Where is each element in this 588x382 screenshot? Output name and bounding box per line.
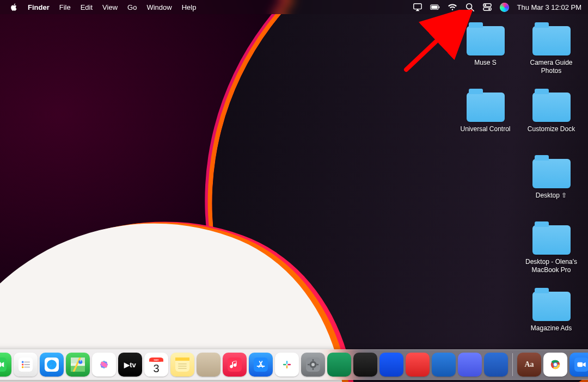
menu-help[interactable]: Help [177,3,201,11]
svg-point-27 [22,363,24,366]
battery-icon[interactable] [430,2,440,12]
dock-app-todoist[interactable] [406,353,430,377]
svg-text:MAR: MAR [154,359,158,362]
svg-rect-4 [438,6,439,8]
dock-app-calendar[interactable]: MAR3 [144,353,168,377]
desktop-folder[interactable]: Universal Control [453,90,518,155]
desktop-folder[interactable]: Customize Dock [519,90,584,155]
apple-logo-icon [10,3,18,11]
folder-icon [467,93,505,122]
desktop-folder[interactable]: Camera Guide Photos [519,24,584,88]
menu-go[interactable]: Go [122,3,142,11]
svg-rect-3 [431,5,437,9]
dock-app-reminders[interactable] [14,353,38,377]
folder-label: Desktop - Olena's MacBook Pro [519,258,584,274]
svg-rect-74 [317,364,319,365]
dock-container: ▶tvMAR3Aa [0,349,588,380]
folder-label: Camera Guide Photos [519,59,584,75]
siri-icon[interactable] [500,2,510,12]
folder-label: Muse S [474,59,497,67]
svg-rect-73 [308,364,310,365]
dock-app-outlook[interactable] [432,353,456,377]
svg-rect-24 [0,362,1,367]
dock-app-contacts[interactable] [197,353,220,377]
desktop-folder[interactable]: Muse S [453,24,518,88]
svg-rect-71 [313,359,314,361]
folder-label: Universal Control [460,125,510,133]
dock-app-maps[interactable] [66,353,90,377]
svg-point-28 [22,366,24,368]
dock-app-photos[interactable] [92,353,116,377]
menu-window[interactable]: Window [142,3,176,11]
menubar-left: Finder File Edit View Go Window Help [5,3,201,11]
dock-app-word[interactable] [484,353,508,377]
svg-rect-67 [287,364,291,365]
folder-icon [532,159,571,188]
folder-label: Desktop ⇧ [536,192,567,200]
svg-point-70 [311,363,315,366]
dock-app-chrome[interactable] [543,353,567,377]
dock-separator [512,353,513,376]
app-menu[interactable]: Finder [23,3,54,11]
menu-view[interactable]: View [97,3,122,11]
menu-file[interactable]: File [54,3,76,11]
dock-app-dictionary[interactable]: Aa [517,353,541,377]
desktop-folder[interactable]: Magazine Ads [519,289,584,354]
dock-app-appletv[interactable]: ▶tv [118,353,142,377]
dock-app-slack[interactable] [275,353,299,377]
menubar-clock[interactable]: Thu Mar 3 12:02 PM [517,3,582,11]
folder-label: Customize Dock [528,125,575,133]
spotlight-icon[interactable] [465,2,475,12]
svg-rect-64 [286,361,287,364]
svg-rect-54 [175,358,189,361]
control-center-icon[interactable] [482,2,492,12]
dock: ▶tvMAR3Aa [0,349,588,380]
dock-app-appstore[interactable] [249,353,273,377]
desktop-icons: Muse S Camera Guide Photos Universal Con… [453,24,584,347]
svg-point-78 [554,363,557,366]
svg-rect-65 [283,364,286,365]
svg-rect-0 [413,4,421,9]
dock-app-preferences[interactable] [301,353,325,377]
svg-point-5 [466,4,471,9]
apple-menu[interactable] [5,3,23,11]
dock-app-excel[interactable] [327,353,351,377]
wifi-icon[interactable] [448,2,457,12]
folder-icon [467,26,505,56]
svg-point-26 [22,361,24,363]
svg-point-10 [488,8,489,10]
folder-icon [532,93,571,122]
dock-app-safari[interactable] [40,353,64,377]
folder-icon [532,225,571,255]
folder-label: Magazine Ads [531,324,572,332]
svg-point-8 [484,4,486,6]
desktop-folder[interactable]: Desktop ⇧ [519,157,584,221]
dock-app-1password[interactable] [379,353,403,377]
dock-app-zoom[interactable] [569,353,588,377]
dock-app-activity[interactable] [353,353,377,377]
dock-app-notes[interactable] [170,353,194,377]
menubar: Finder File Edit View Go Window Help Thu… [0,0,588,14]
desktop-folder[interactable]: Desktop - Olena's MacBook Pro [519,223,584,287]
menubar-right: Thu Mar 3 12:02 PM [413,2,582,12]
dock-app-music[interactable] [223,353,247,377]
dock-app-facetime[interactable] [0,353,11,377]
svg-rect-80 [577,362,583,367]
svg-rect-66 [286,365,287,368]
folder-icon [532,292,571,321]
siri-orb [500,3,509,12]
menu-edit[interactable]: Edit [76,3,97,11]
svg-rect-63 [280,358,294,372]
dock-app-discord[interactable] [458,353,482,377]
folder-icon [532,26,571,56]
svg-rect-72 [313,368,314,371]
svg-line-6 [471,9,474,11]
screen-mirroring-icon[interactable] [413,2,422,12]
